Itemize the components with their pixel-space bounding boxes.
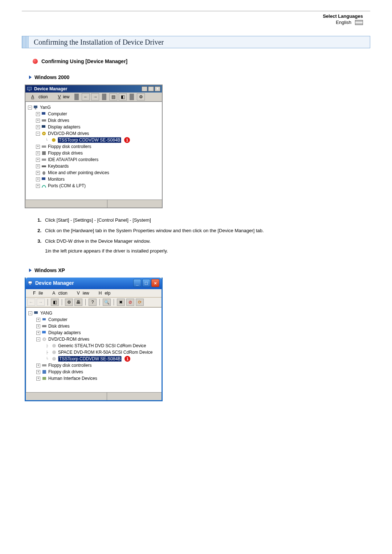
svg-rect-0 [27,87,32,90]
expand-icon[interactable]: + [36,164,40,168]
tree-node[interactable]: Human Interface Devices [48,376,97,381]
tree-node[interactable]: DVD/CD-ROM drives [48,131,89,136]
arrow-icon [29,268,32,272]
forward-icon[interactable]: → [37,299,45,306]
expand-icon[interactable]: + [36,324,40,328]
step-text: Click on the [Hardware] tab in the Syste… [45,227,264,234]
tree-node[interactable]: Ports (COM & LPT) [48,183,86,188]
expand-icon[interactable]: + [36,370,40,374]
page-title-bar: Confirming the Installation of Device Dr… [22,36,370,48]
tree-node[interactable]: Keyboards [48,164,69,169]
collapse-icon[interactable]: − [36,337,40,341]
tree-node[interactable]: Disk drives [48,324,70,329]
tree-node[interactable]: Floppy disk drives [48,369,83,374]
back-icon[interactable]: ← [82,93,90,100]
highlighted-device[interactable]: TSSTcorp CDDVDW SE-S084B [58,137,121,143]
collapse-icon[interactable]: − [28,106,32,110]
tree-node[interactable]: Computer [48,111,67,116]
window-titlebar[interactable]: Device Manager _ □ × [25,85,162,93]
step-text: Click DVD-W drive in the Device Manager … [45,238,168,245]
menu-view[interactable]: View [53,94,72,100]
svg-rect-15 [42,177,45,180]
uninstall-icon[interactable]: ✖ [117,299,125,306]
device-manager-window-2000: Device Manager _ □ × Action View ← → ▤ ◧… [25,85,163,208]
expand-icon[interactable]: + [36,125,40,129]
expand-icon[interactable]: + [36,331,40,335]
forward-icon[interactable]: → [91,93,99,100]
up-icon[interactable]: ◧ [51,299,59,306]
close-button[interactable]: × [151,279,159,287]
expand-icon[interactable]: + [36,377,40,381]
update-icon[interactable]: ⟳ [136,299,144,306]
tree-node[interactable]: Monitors [48,177,65,182]
tree-node[interactable]: Mice and other pointing devices [48,170,109,175]
status-bar [26,392,162,400]
tree-node[interactable]: Floppy disk controllers [48,363,91,368]
tree-node[interactable]: Disk drives [48,118,69,123]
expand-icon[interactable]: + [36,158,40,162]
tree-root[interactable]: YanG [40,105,51,110]
menu-bar[interactable]: Action View ← → ▤ ◧ ⚙ [25,93,162,102]
tree-node[interactable]: Generic STEALTH DVD SCSI CdRom Device [58,343,146,348]
cd-device-icon [52,343,57,348]
expand-icon[interactable]: + [36,184,40,188]
menu-help[interactable]: Help [93,290,114,296]
step-note: 1in the left picture appears if the driv… [45,248,168,255]
tree-root[interactable]: YANG [40,311,52,316]
properties-icon[interactable]: ⚙ [137,93,145,100]
minimize-button[interactable]: _ [133,279,141,287]
tree-node[interactable]: Display adapters [48,124,80,130]
tree-node[interactable]: Floppy disk controllers [48,144,91,149]
maximize-button[interactable]: □ [148,86,154,91]
device-tree[interactable]: − YANG +Computer +Disk drives +Display a… [26,307,162,392]
menu-file[interactable]: File [27,290,46,296]
keyboard-icon [41,164,46,169]
window-titlebar[interactable]: Device Manager _ □ × [26,278,162,289]
toolbar-separator [102,94,106,100]
language-selector: Select Languages English [22,13,370,25]
expand-icon[interactable]: + [36,171,40,175]
tree-node[interactable]: SPACE DVD-ROM KR-50A SCSI CdRom Device [58,350,153,355]
collapse-icon[interactable]: − [36,132,40,136]
expand-icon[interactable]: + [36,364,40,368]
highlighted-device[interactable]: TSSTcorp CDDVDW SE-S084B [58,356,122,362]
ide-icon [41,157,46,162]
language-value[interactable]: English [336,20,351,25]
expand-icon[interactable]: + [36,318,40,322]
view-icon[interactable]: ▤ [109,93,117,100]
scan-icon[interactable]: 🔍 [103,299,111,306]
collapse-icon[interactable]: − [28,311,32,315]
tree-node[interactable]: IDE ATA/ATAPI controllers [48,157,98,162]
close-button[interactable]: × [155,86,160,91]
menu-bar[interactable]: File Action View Help [26,289,162,297]
expand-icon[interactable]: + [36,145,40,149]
tree-node[interactable]: Floppy disk drives [48,151,83,156]
expand-icon[interactable]: + [36,177,40,181]
toolbar[interactable]: ← → ◧ ⚙ 🖶 ? 🔍 ✖ ⊘ ⟳ [26,297,162,307]
tree-node[interactable]: Computer [48,317,68,322]
svg-rect-2 [34,106,37,108]
menu-view[interactable]: View [71,290,92,296]
flag-icon[interactable] [355,20,363,25]
window-title: Device Manager [34,86,67,91]
maximize-button[interactable]: □ [142,279,150,287]
menu-action[interactable]: Action [27,94,52,100]
controller-icon [41,144,46,149]
print-icon[interactable]: 🖶 [74,299,82,306]
expand-icon[interactable]: + [36,112,40,116]
show-hide-icon[interactable]: ◧ [119,93,127,100]
tree-line-icon: └ [46,357,50,361]
disable-icon[interactable]: ⊘ [126,299,134,306]
expand-icon[interactable]: + [36,151,40,155]
help-icon[interactable]: ? [89,299,97,306]
back-icon[interactable]: ← [27,299,35,306]
minimize-button[interactable]: _ [142,86,147,91]
svg-rect-27 [42,364,46,366]
tree-node[interactable]: Display adapters [48,330,81,335]
tree-node[interactable]: DVD/CD-ROM drives [48,337,89,342]
expand-icon[interactable]: + [36,119,40,123]
menu-action[interactable]: Action [46,290,70,296]
device-tree[interactable]: − YanG +Computer +Disk drives +Display a… [25,102,162,200]
step-number: 2. [35,227,41,234]
properties-icon[interactable]: ⚙ [65,299,73,306]
